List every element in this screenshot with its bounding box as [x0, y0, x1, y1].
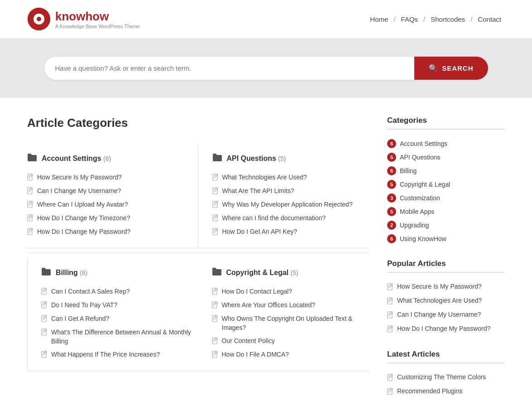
article-link[interactable]: How Do I Contact Legal? — [222, 287, 292, 296]
svg-rect-52 — [214, 231, 216, 232]
article-link[interactable]: How Do I Change My Password? — [37, 227, 130, 237]
svg-rect-67 — [43, 318, 45, 319]
article-link[interactable]: Where Can I Upload My Avatar? — [37, 200, 128, 209]
svg-rect-133 — [388, 392, 390, 392]
article-link[interactable]: Our Content Policy — [222, 337, 275, 346]
category-label[interactable]: Mobile Apps — [400, 208, 434, 215]
category-block-account-settings: Account Settings (6) How Secure Is My Pa… — [27, 144, 198, 248]
doc-icon — [387, 283, 393, 292]
svg-rect-22 — [29, 217, 31, 218]
category-label[interactable]: Copyright & Legal — [400, 181, 450, 188]
nav-contact[interactable]: Contact — [474, 14, 505, 25]
list-item: Where Are Your Offices Located? — [212, 299, 369, 312]
sidebar-latest-list: Customizing The Theme Colors Recommended… — [387, 371, 505, 399]
article-list: How Secure Is My Password? Can I Change … — [27, 171, 198, 239]
search-button[interactable]: 🔍 SEARCH — [414, 57, 488, 80]
article-link[interactable]: Why Was My Developer Application Rejecte… — [222, 200, 353, 209]
article-link[interactable]: What Are The API Limits? — [222, 187, 294, 196]
sidebar-category-item: 6Billing — [387, 164, 505, 178]
doc-icon — [387, 311, 393, 320]
article-link[interactable]: Where can I find the documentation? — [222, 214, 326, 223]
svg-rect-102 — [213, 354, 216, 354]
nav-shortcodes[interactable]: Shortcodes — [427, 14, 469, 25]
svg-rect-18 — [29, 205, 30, 205]
svg-rect-32 — [214, 177, 216, 177]
category-badge: 5 — [387, 180, 396, 189]
popular-link[interactable]: Can I Change My Username? — [397, 310, 481, 319]
article-link[interactable]: What Happens If The Price Increases? — [51, 350, 160, 359]
svg-rect-122 — [388, 329, 391, 329]
article-link[interactable]: Do I Need To Pay VAT? — [51, 301, 117, 310]
sidebar-category-item: 6Account Settings — [387, 137, 505, 150]
svg-rect-93 — [213, 319, 215, 319]
doc-icon — [212, 174, 219, 182]
article-link[interactable]: What Technologies Are Used? — [222, 173, 307, 182]
list-item: What Happens If The Price Increases? — [41, 348, 198, 362]
svg-rect-107 — [388, 286, 391, 287]
article-list: What Technologies Are Used? What Are The… — [212, 171, 369, 239]
popular-link[interactable]: How Secure Is My Password? — [397, 282, 482, 291]
logo-tagline: A Knowledge Base WordPress Theme — [55, 24, 140, 29]
svg-rect-127 — [388, 377, 391, 377]
category-label[interactable]: Using KnowHow — [400, 235, 446, 242]
article-link[interactable]: Who Owns The Copyright On Uploaded Text … — [222, 314, 369, 332]
sidebar-latest-title: Latest Articles — [387, 350, 505, 363]
list-item: What Are The API Limits? — [212, 184, 369, 198]
article-link[interactable]: Where Are Your Offices Located? — [222, 301, 316, 310]
doc-icon — [212, 288, 218, 296]
svg-rect-87 — [213, 304, 216, 305]
doc-icon — [41, 288, 48, 296]
article-link[interactable]: How Do I Get An API Key? — [222, 227, 297, 237]
sidebar-popular-title: Popular Articles — [387, 259, 505, 273]
latest-link[interactable]: Customizing The Theme Colors — [397, 373, 486, 382]
nav-home[interactable]: Home — [366, 14, 392, 25]
article-link[interactable]: How Do I File A DMCA? — [222, 350, 289, 359]
doc-icon — [387, 297, 393, 306]
category-label[interactable]: Account Settings — [400, 140, 447, 147]
list-item: What's The Difference Between Annual & M… — [41, 326, 198, 348]
article-link[interactable]: Can I Contact A Sales Rep? — [51, 287, 130, 296]
svg-rect-8 — [29, 178, 30, 178]
category-header: Account Settings (6) — [27, 153, 198, 164]
logo[interactable]: knowhow A Knowledge Base WordPress Theme — [27, 7, 140, 31]
article-link[interactable]: Can I Change My Username? — [37, 187, 121, 196]
doc-icon — [212, 301, 218, 310]
category-label[interactable]: Upgrading — [400, 222, 429, 229]
popular-item: How Secure Is My Password? — [387, 280, 505, 294]
svg-rect-28 — [29, 232, 30, 232]
svg-rect-73 — [43, 333, 44, 333]
folder-icon — [41, 267, 51, 279]
popular-link[interactable]: How Do I Change My Password? — [397, 324, 490, 333]
doc-icon — [27, 174, 34, 182]
main-nav: Home / FAQs / Shortcodes / Contact — [366, 14, 505, 25]
svg-rect-128 — [388, 378, 390, 378]
category-label[interactable]: Customization — [400, 194, 440, 202]
nav-faqs[interactable]: FAQs — [398, 14, 422, 25]
page-title: Article Categories — [27, 116, 369, 130]
sidebar-categories-list: 6Account Settings5API Questions6Billing5… — [387, 137, 505, 246]
sidebar-categories-section: Categories 6Account Settings5API Questio… — [387, 116, 505, 246]
grid-divider — [27, 253, 369, 253]
search-input[interactable] — [44, 57, 415, 79]
svg-rect-58 — [43, 292, 44, 292]
latest-link[interactable]: Recommended Plugins — [397, 387, 463, 396]
doc-icon — [41, 315, 48, 324]
popular-link[interactable]: What Technologies Are Used? — [397, 296, 482, 305]
latest-item: Recommended Plugins — [387, 385, 505, 399]
category-badge: 6 — [387, 234, 396, 243]
category-name: API Questions (5) — [227, 155, 286, 163]
article-link[interactable]: How Do I Change My Timezone? — [37, 214, 130, 223]
doc-icon — [387, 325, 393, 334]
category-label[interactable]: API Questions — [400, 154, 441, 161]
article-link[interactable]: Can I Get A Refund? — [51, 314, 109, 324]
sidebar-categories-title: Categories — [387, 116, 505, 130]
article-link[interactable]: How Secure Is My Password? — [37, 173, 122, 182]
svg-rect-13 — [29, 191, 30, 192]
sidebar-category-item: 6Using KnowHow — [387, 232, 505, 246]
latest-item: Customizing The Theme Colors — [387, 371, 505, 385]
category-label[interactable]: Billing — [400, 167, 417, 174]
article-link[interactable]: What's The Difference Between Annual & M… — [51, 328, 198, 346]
popular-item: How Do I Change My Password? — [387, 322, 505, 336]
svg-rect-78 — [43, 355, 44, 355]
category-name: Billing (6) — [56, 269, 87, 277]
